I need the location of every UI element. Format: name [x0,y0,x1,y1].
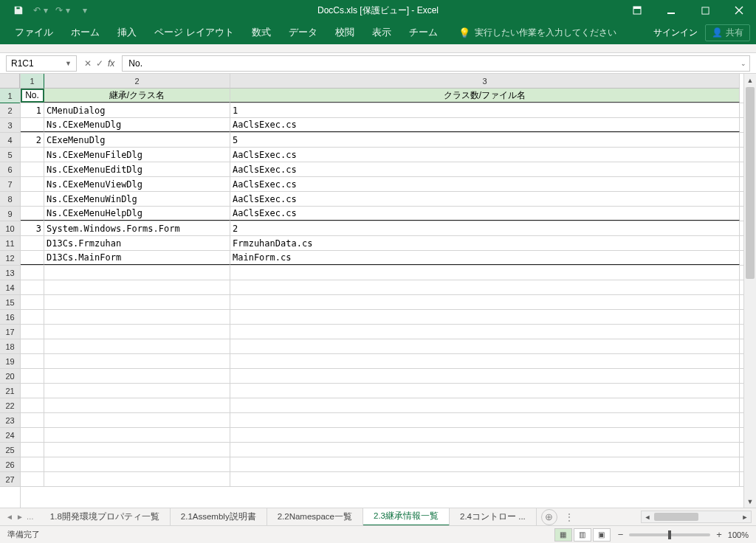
row-header[interactable]: 21 [0,384,20,398]
cell[interactable] [21,398,44,412]
cell[interactable]: 5 [230,133,740,147]
zoom-slider-thumb[interactable] [668,530,671,539]
cell[interactable] [230,339,740,353]
column-header[interactable]: 3 [230,74,740,89]
enter-formula-button[interactable]: ✓ [96,58,103,69]
column-header[interactable]: 1 [21,74,44,89]
table-header-cell[interactable]: 継承/クラス名 [44,89,230,103]
cell[interactable]: 3 [21,221,44,235]
cell[interactable] [44,369,230,383]
scroll-left-arrow[interactable]: ◄ [642,513,653,521]
sheet-tab[interactable]: 2.4コントロー ... [450,508,537,526]
cell[interactable] [21,472,44,486]
cell[interactable] [21,251,44,265]
qat-customize[interactable]: ▾ [77,2,93,18]
cell[interactable]: 2 [21,133,44,147]
formula-bar[interactable]: No. ⌄ [122,55,750,72]
sheet-tab[interactable]: 2.1Assembly説明書 [171,508,267,526]
ribbon-tab[interactable]: ファイル [6,21,62,44]
row-header[interactable]: 5 [0,148,20,162]
row-header[interactable]: 25 [0,443,20,457]
cell[interactable]: AaClsExec.cs [230,192,740,206]
save-button[interactable] [10,2,27,18]
cell[interactable] [44,354,230,368]
cell[interactable] [44,443,230,457]
cell[interactable] [21,236,44,250]
cell[interactable] [21,295,44,309]
cell[interactable]: Ns.CExeMenuWinDlg [44,192,230,206]
row-header[interactable]: 18 [0,339,20,354]
cell[interactable] [44,280,230,294]
cell[interactable]: 1 [21,103,44,117]
ribbon-tab[interactable]: 挿入 [109,21,145,44]
row-header[interactable]: 26 [0,457,20,472]
cell[interactable] [230,413,740,427]
cell[interactable]: Ns.CExeMenuHelpDlg [44,207,230,221]
row-header[interactable]: 22 [0,398,20,413]
undo-button[interactable]: ↶ ▾ [32,2,49,18]
cell[interactable] [230,369,740,383]
ribbon-tab[interactable]: 表示 [363,21,400,44]
tab-grip-icon[interactable]: ⋮ [565,512,574,522]
ribbon-tab[interactable]: ホーム [62,21,109,44]
cell[interactable] [21,162,44,176]
row-header[interactable]: 15 [0,295,20,310]
row-header[interactable]: 17 [0,325,20,339]
cancel-formula-button[interactable]: ✕ [84,58,92,69]
cell[interactable] [44,398,230,412]
cell[interactable] [21,266,44,280]
cell[interactable]: 2 [230,221,740,235]
row-header[interactable]: 4 [0,133,20,148]
row-header[interactable]: 7 [0,177,20,192]
cell[interactable] [44,266,230,280]
cell[interactable]: Ns.CExeMenuViewDlg [44,177,230,191]
tell-me-search[interactable]: 💡 実行したい作業を入力してください [458,27,616,39]
zoom-slider[interactable] [629,533,710,536]
tab-nav-prev[interactable]: ◄ [6,513,13,521]
cell[interactable] [230,443,740,457]
horizontal-scrollbar[interactable]: ◄ ► [641,511,752,523]
row-header[interactable]: 12 [0,251,20,266]
sheet-tab[interactable]: 1.8開発環境プロパティ一覧 [40,508,171,526]
tab-nav-next[interactable]: ► [16,513,24,521]
table-header-cell[interactable]: クラス数/ファイル名 [230,89,740,103]
signin-link[interactable]: サインイン [653,27,698,39]
cell[interactable] [44,325,230,339]
redo-button[interactable]: ↷ ▾ [55,2,71,18]
scroll-thumb[interactable] [746,87,755,279]
row-header[interactable]: 20 [0,369,20,384]
cell[interactable] [44,310,230,324]
row-header[interactable]: 16 [0,310,20,325]
cell[interactable] [21,339,44,353]
cell[interactable] [21,457,44,471]
cell[interactable] [21,118,44,132]
ribbon-options-button[interactable] [620,0,654,21]
cell[interactable]: D13Cs.MainForm [44,251,230,265]
row-header[interactable]: 3 [0,118,20,133]
row-header[interactable]: 2 [0,103,20,118]
add-sheet-button[interactable]: ⊕ [541,509,557,525]
close-button[interactable] [722,0,756,21]
cell[interactable] [44,472,230,486]
cell[interactable] [21,443,44,457]
column-header[interactable]: 2 [44,74,230,89]
fx-button[interactable]: fx [108,58,114,69]
cell[interactable] [230,398,740,412]
cell[interactable] [230,266,740,280]
cell[interactable] [21,310,44,324]
scroll-down-arrow[interactable]: ▼ [744,495,756,508]
row-header[interactable]: 24 [0,428,20,443]
row-header[interactable]: 6 [0,162,20,177]
cell-grid[interactable]: 1 2 3 No. 継承/クラス名 クラス数/ファイル名 1CMenuDialo… [21,74,743,508]
cell[interactable] [44,384,230,398]
cell[interactable]: FrmzuhanData.cs [230,236,740,250]
cell[interactable] [21,369,44,383]
vertical-scrollbar[interactable]: ▲ ▼ [743,74,756,508]
page-layout-view-button[interactable]: ▥ [574,528,591,542]
cell[interactable]: AaClsExec.cs [230,162,740,176]
cell[interactable] [21,413,44,427]
maximize-button[interactable] [688,0,722,21]
cell[interactable] [21,384,44,398]
cell[interactable] [21,192,44,206]
cell[interactable] [21,177,44,191]
